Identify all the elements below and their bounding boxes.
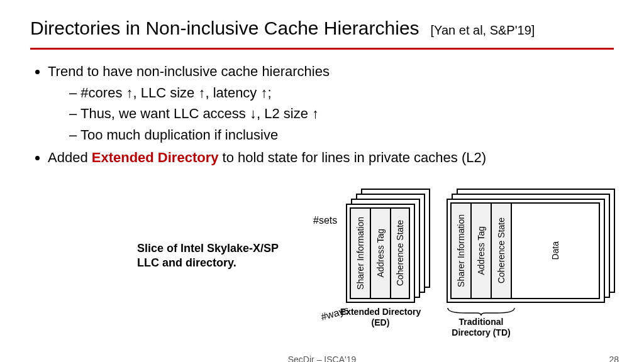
td-col-data: Data bbox=[550, 241, 560, 260]
td-brace: Traditional Directory (TD) bbox=[440, 307, 522, 338]
td-col-state: Coherence State bbox=[496, 217, 506, 283]
bullet-text-pre: Added bbox=[48, 150, 92, 165]
sub-bullet: Too much duplication if inclusive bbox=[69, 126, 614, 145]
sets-label: #sets bbox=[313, 215, 337, 226]
bullet-text-em: Extended Directory bbox=[92, 150, 219, 165]
td-col-tag: Address Tag bbox=[476, 226, 486, 275]
page-title: Directories in Non-inclusive Cache Hiera… bbox=[30, 18, 419, 39]
sub-bullet: #cores ↑, LLC size ↑, latency ↑; bbox=[69, 84, 614, 102]
bullet-trend: Trend to have non-inclusive cache hierar… bbox=[48, 62, 614, 145]
citation: [Yan et al, S&P'19] bbox=[431, 23, 535, 38]
sub-bullet: Thus, we want LLC access ↓, L2 size ↑ bbox=[69, 104, 614, 123]
bullet-text: Trend to have non-inclusive cache hierar… bbox=[48, 63, 330, 79]
body-content: Trend to have non-inclusive cache hierar… bbox=[0, 50, 644, 167]
diagram: Slice of Intel Skylake-X/SP LLC and dire… bbox=[126, 189, 629, 352]
bullet-text-post: to hold state for lines in private cache… bbox=[218, 150, 486, 165]
ed-col-tag: Address Tag bbox=[375, 229, 386, 278]
ed-col-sharer: Sharer Information bbox=[355, 217, 365, 290]
page-number: 28 bbox=[609, 354, 619, 362]
ed-label: Extended Directory (ED) bbox=[340, 307, 421, 328]
ed-brace: Extended Directory (ED) bbox=[340, 307, 421, 328]
bullet-ed: Added Extended Directory to hold state f… bbox=[48, 148, 614, 167]
td-label: Traditional Directory (TD) bbox=[440, 317, 522, 338]
footer-venue: SecDir – ISCA'19 bbox=[288, 354, 357, 362]
diagram-caption: Slice of Intel Skylake-X/SP LLC and dire… bbox=[137, 241, 301, 271]
td-col-sharer: Sharer Information bbox=[456, 214, 466, 287]
ed-col-state: Coherence State bbox=[395, 220, 405, 286]
